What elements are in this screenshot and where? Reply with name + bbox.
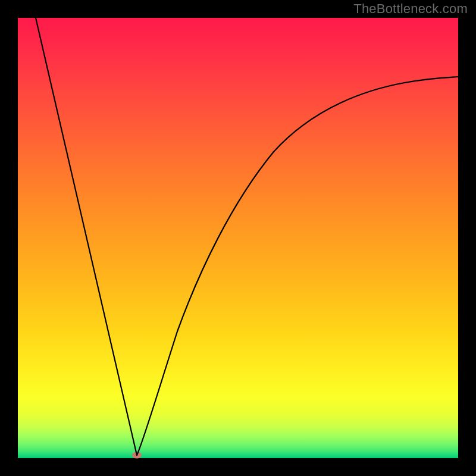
watermark-text: TheBottleneck.com (353, 1, 468, 17)
bottleneck-curve (18, 18, 458, 458)
plot-area (18, 18, 458, 458)
bottleneck-curve-path (36, 18, 458, 455)
chart-frame: TheBottleneck.com (0, 0, 476, 476)
